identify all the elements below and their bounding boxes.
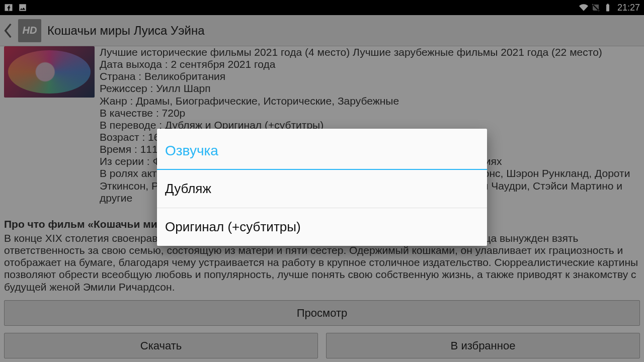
dialog-title: Озвучка xyxy=(157,129,487,170)
voiceover-dialog: Озвучка Дубляж Оригинал (+субтитры) xyxy=(157,129,487,246)
dialog-option-original[interactable]: Оригинал (+субтитры) xyxy=(157,208,487,246)
dialog-option-dub[interactable]: Дубляж xyxy=(157,170,487,208)
